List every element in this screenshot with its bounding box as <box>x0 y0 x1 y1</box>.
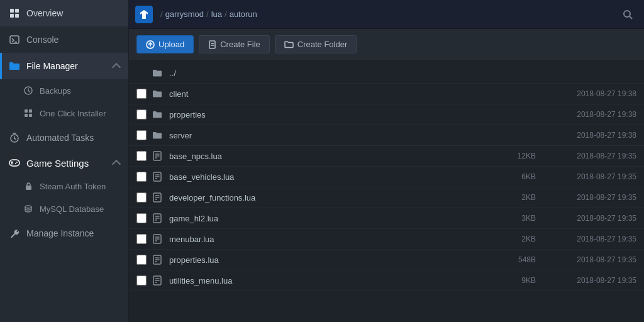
file-date-menubar: 2018-08-27 19:35 <box>555 235 636 243</box>
table-row[interactable]: server 2018-08-27 19:38 <box>129 125 644 146</box>
file-size-properties-lua: 548B <box>498 255 536 264</box>
main-content: / garrysmod / lua / autorun Upload Creat <box>129 0 644 322</box>
create-file-button[interactable]: Create File <box>199 35 270 53</box>
svg-rect-3 <box>15 14 19 18</box>
sidebar-item-backups[interactable]: Backups <box>0 79 128 102</box>
create-folder-button[interactable]: Create Folder <box>275 35 357 53</box>
file-name-properties-lua: properties.lua <box>169 255 498 265</box>
sidebar-item-manage-instance[interactable]: Manage Instance <box>0 220 128 247</box>
clock-icon <box>9 132 20 143</box>
file-checkbox-client[interactable] <box>136 89 147 99</box>
svg-rect-10 <box>29 114 32 117</box>
file-name-properties: properties <box>169 110 498 119</box>
terminal-icon <box>9 34 20 45</box>
table-row[interactable]: properties 2018-08-27 19:38 <box>129 104 644 125</box>
svg-line-21 <box>630 16 632 19</box>
breadcrumb-garrysmod: garrysmod <box>165 9 204 19</box>
file-date-game-hl2: 2018-08-27 19:35 <box>555 214 636 223</box>
table-row[interactable]: properties.lua 548B 2018-08-27 19:35 <box>129 250 644 270</box>
svg-rect-18 <box>26 186 31 190</box>
game-settings-chevron <box>112 160 121 169</box>
create-file-icon <box>208 40 216 49</box>
file-name-client: client <box>169 89 498 99</box>
create-file-label: Create File <box>220 40 260 49</box>
file-name-game-hl2: game_hl2.lua <box>169 214 498 223</box>
file-name-base-npcs: base_npcs.lua <box>169 152 498 161</box>
svg-rect-0 <box>10 9 14 13</box>
file-checkbox-properties[interactable] <box>136 109 147 119</box>
file-checkbox-properties-lua[interactable] <box>136 255 147 265</box>
svg-rect-2 <box>10 14 14 18</box>
file-name-developer-functions: developer_functions.lua <box>169 193 498 203</box>
file-checkbox-server[interactable] <box>136 130 147 140</box>
table-row[interactable]: utilities_menu.lua 9KB 2018-08-27 19:35 <box>129 270 644 291</box>
breadcrumb-bar: / garrysmod / lua / autorun <box>129 0 644 29</box>
parent-dir-name: ../ <box>169 69 636 78</box>
table-row[interactable]: developer_functions.lua 2KB 2018-08-27 1… <box>129 187 644 208</box>
wrench-icon <box>9 228 20 239</box>
breadcrumb: / garrysmod / lua / autorun <box>157 9 614 19</box>
svg-rect-24 <box>209 41 215 48</box>
sidebar-item-file-manager[interactable]: File Manager <box>0 53 128 79</box>
table-row[interactable]: base_vehicles.lua 6KB 2018-08-27 19:35 <box>129 167 644 187</box>
file-icon-properties-lua <box>152 254 163 265</box>
mysql-database-label: MySQL Database <box>40 204 104 214</box>
file-date-base-vehicles: 2018-08-27 19:35 <box>555 172 636 181</box>
svg-point-16 <box>16 162 18 163</box>
upload-label: Upload <box>158 40 184 49</box>
file-name-base-vehicles: base_vehicles.lua <box>169 172 498 182</box>
folder-open-icon <box>9 60 20 72</box>
file-checkbox-game-hl2[interactable] <box>136 213 147 223</box>
create-folder-label: Create Folder <box>297 40 347 49</box>
file-manager-label: File Manager <box>26 61 78 71</box>
file-size-utilities-menu: 9KB <box>498 276 536 285</box>
table-row[interactable]: game_hl2.lua 3KB 2018-08-27 19:35 <box>129 208 644 229</box>
backups-label: Backups <box>40 86 71 96</box>
upload-button[interactable]: Upload <box>136 35 194 53</box>
file-name-menubar: menubar.lua <box>169 235 498 244</box>
svg-rect-12 <box>9 160 19 166</box>
svg-point-20 <box>624 11 630 17</box>
file-checkbox-utilities-menu[interactable] <box>136 275 147 286</box>
gamepad-icon <box>9 157 20 169</box>
parent-folder-icon <box>152 67 163 79</box>
game-settings-label: Game Settings <box>26 158 89 169</box>
parent-dir-row[interactable]: ../ <box>129 63 644 84</box>
sidebar-item-steam-auth-token[interactable]: Steam Auth Token <box>0 175 128 197</box>
file-list: ../ client 2018-08-27 19:38 properties <box>129 60 644 322</box>
toolbar: Upload Create File Create Folder <box>129 29 644 60</box>
search-button[interactable] <box>618 4 638 25</box>
file-checkbox-base-vehicles[interactable] <box>136 172 147 182</box>
sidebar-item-one-click-installer[interactable]: One Click Installer <box>0 102 128 125</box>
file-size-game-hl2: 3KB <box>498 214 536 223</box>
backup-icon <box>23 85 34 96</box>
file-size-base-vehicles: 6KB <box>498 172 536 181</box>
apps-icon <box>23 108 34 119</box>
overview-label: Overview <box>26 8 63 18</box>
svg-rect-8 <box>29 109 32 113</box>
sidebar-item-automated-tasks[interactable]: Automated Tasks <box>0 125 128 151</box>
file-icon-base-vehicles <box>152 171 163 182</box>
table-row[interactable]: client 2018-08-27 19:38 <box>129 84 644 104</box>
svg-point-19 <box>25 206 31 208</box>
manage-instance-label: Manage Instance <box>26 228 94 238</box>
file-date-properties-lua: 2018-08-27 19:35 <box>555 255 636 264</box>
file-icon-base-npcs <box>152 150 163 162</box>
svg-rect-1 <box>15 9 19 13</box>
sidebar-item-game-settings[interactable]: Game Settings <box>0 151 128 175</box>
sidebar-item-overview[interactable]: Overview <box>0 0 128 26</box>
file-icon-game-hl2 <box>152 213 163 224</box>
sidebar-item-console[interactable]: Console <box>0 26 128 53</box>
file-checkbox-developer-functions[interactable] <box>136 192 147 203</box>
table-row[interactable]: menubar.lua 2KB 2018-08-27 19:35 <box>129 229 644 250</box>
file-checkbox-menubar[interactable] <box>136 234 147 244</box>
sidebar-item-mysql-database[interactable]: MySQL Database <box>0 197 128 220</box>
file-size-developer-functions: 2KB <box>498 193 536 202</box>
file-name-server: server <box>169 131 498 140</box>
database-icon <box>23 203 34 214</box>
file-checkbox-base-npcs[interactable] <box>136 151 147 161</box>
one-click-installer-label: One Click Installer <box>40 109 106 118</box>
table-row[interactable]: base_npcs.lua 12KB 2018-08-27 19:35 <box>129 146 644 167</box>
file-icon-menubar <box>152 233 163 245</box>
breadcrumb-lua: lua <box>211 9 222 19</box>
